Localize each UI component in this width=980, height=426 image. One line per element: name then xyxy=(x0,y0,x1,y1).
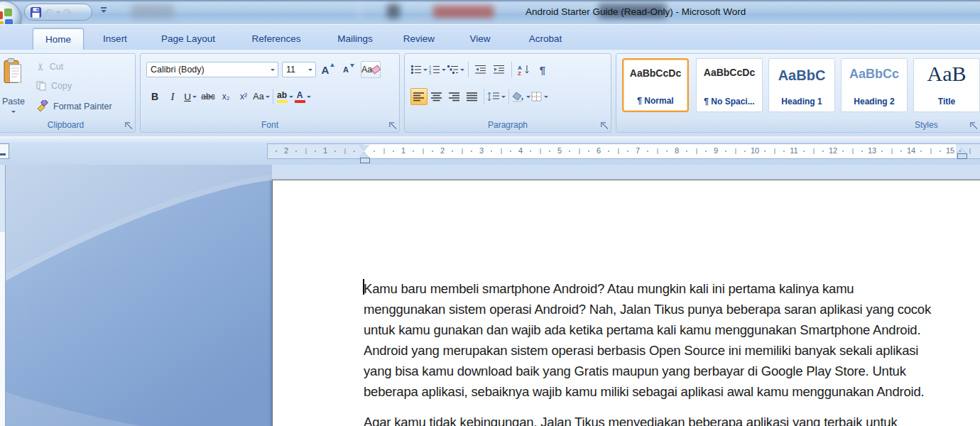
tab-acrobat[interactable]: Acrobat xyxy=(516,28,575,50)
font-dialog-launcher[interactable] xyxy=(388,121,396,129)
grow-font-arrow-icon xyxy=(330,63,334,67)
paste-dropdown-icon[interactable] xyxy=(11,111,16,113)
tab-insert[interactable]: Insert xyxy=(91,28,139,50)
decrease-indent-button[interactable] xyxy=(472,61,489,78)
ruler-number: 4 xyxy=(518,146,523,155)
left-indent-marker[interactable] xyxy=(360,158,370,163)
shrink-font-button[interactable]: A xyxy=(340,61,357,78)
tab-page-layout[interactable]: Page Layout xyxy=(146,28,230,50)
bold-button[interactable]: B xyxy=(146,88,163,105)
title-bar: ↶ ↷ Android Starter Guide (Read-Only) - … xyxy=(0,0,980,25)
ruler-number: 1 xyxy=(401,146,405,155)
document-page[interactable]: Kamu baru membeli smartphone Android? At… xyxy=(272,180,980,426)
styles-dialog-launcher[interactable] xyxy=(969,121,977,129)
svg-text:3: 3 xyxy=(429,71,431,75)
clear-formatting-button[interactable]: Aa xyxy=(361,61,381,78)
paste-button[interactable] xyxy=(4,58,22,88)
increase-indent-button[interactable] xyxy=(491,61,508,78)
ruler-tick xyxy=(305,148,306,154)
style-heading1[interactable]: AaBbC Heading 1 xyxy=(768,58,835,112)
decrease-indent-icon xyxy=(475,65,486,75)
format-painter-label: Format Painter xyxy=(53,102,112,111)
numbering-button[interactable]: 123 xyxy=(429,61,446,78)
format-painter-button[interactable]: Format Painter xyxy=(36,100,112,112)
document-line: Agar kamu tidak kebingungan, Jalan Tikus… xyxy=(364,412,960,426)
customize-qat-button[interactable] xyxy=(99,6,108,17)
clipboard-dialog-launcher[interactable] xyxy=(124,121,132,129)
show-hide-button[interactable]: ¶ xyxy=(534,61,551,78)
right-indent-marker[interactable] xyxy=(957,148,967,153)
save-icon[interactable] xyxy=(31,7,41,18)
font-size-combobox[interactable]: 11 xyxy=(282,62,316,77)
style-no-spacing[interactable]: AaBbCcDc ¶ No Spaci... xyxy=(696,58,763,112)
align-center-button[interactable] xyxy=(428,88,445,105)
font-name-combobox[interactable]: Calibri (Body) xyxy=(146,62,278,77)
chevron-down-icon xyxy=(101,10,107,13)
underline-button[interactable]: U xyxy=(182,88,199,105)
paste-icon xyxy=(4,58,22,85)
tab-mailings[interactable]: Mailings xyxy=(324,28,386,50)
italic-button[interactable]: I xyxy=(164,88,181,105)
paste-label[interactable]: Paste xyxy=(0,97,31,106)
superscript-button[interactable]: x² xyxy=(235,88,252,105)
tab-view[interactable]: View xyxy=(455,28,505,50)
paragraph-dialog-launcher[interactable] xyxy=(600,121,608,129)
tab-stop-selector[interactable] xyxy=(0,143,9,159)
underline-label: U xyxy=(184,92,191,102)
font-name-dropdown-icon xyxy=(271,69,275,71)
numbering-icon: 123 xyxy=(429,65,440,75)
undo-icon[interactable]: ↶ xyxy=(44,7,53,18)
undo-dropdown-icon[interactable] xyxy=(56,11,60,13)
shading-button[interactable] xyxy=(512,88,530,105)
line-spacing-button[interactable] xyxy=(487,88,506,105)
sort-icon: AZ xyxy=(518,64,530,75)
redo-icon[interactable]: ↷ xyxy=(63,7,72,18)
highlight-color-bar xyxy=(277,100,288,103)
multilevel-list-button[interactable] xyxy=(447,61,464,78)
bullets-icon xyxy=(410,65,422,75)
hanging-indent-marker[interactable] xyxy=(359,152,369,158)
ruler-number: 10 xyxy=(751,146,759,155)
change-case-button[interactable]: Aa xyxy=(253,88,270,105)
document-area: Kamu baru membeli smartphone Android? At… xyxy=(0,165,980,426)
font-size-value: 11 xyxy=(286,65,295,75)
ruler-tick xyxy=(696,148,697,154)
copy-icon xyxy=(36,81,46,91)
ruler-tick xyxy=(842,151,844,152)
change-case-label: Aa xyxy=(253,92,263,102)
subscript-button[interactable]: x₂ xyxy=(217,88,234,105)
style-title-name: Title xyxy=(914,97,979,106)
change-case-dropdown-icon xyxy=(266,96,270,98)
tab-references[interactable]: References xyxy=(236,28,316,50)
justify-button[interactable] xyxy=(464,88,481,105)
office-button[interactable] xyxy=(0,1,21,25)
strikethrough-button[interactable]: abc xyxy=(200,88,217,105)
style-title[interactable]: AaB Title xyxy=(913,58,980,112)
tab-home[interactable]: Home xyxy=(33,28,84,51)
first-line-indent-marker[interactable] xyxy=(359,145,369,151)
divider xyxy=(484,89,484,104)
document-line: menggunakan sistem operasi Android? Nah,… xyxy=(364,299,960,320)
ruler-tick xyxy=(471,151,472,152)
increase-indent-icon xyxy=(494,65,505,75)
ribbon-tab-row: Home Insert Page Layout References Maili… xyxy=(0,24,980,50)
subscript-label: x₂ xyxy=(222,92,230,102)
tab-review[interactable]: Review xyxy=(393,28,445,50)
style-normal[interactable]: AaBbCcDc ¶ Normal xyxy=(622,58,689,112)
sort-button[interactable]: AZ xyxy=(516,61,533,78)
borders-button[interactable] xyxy=(531,88,548,105)
align-right-button[interactable] xyxy=(446,88,463,105)
bullets-button[interactable] xyxy=(410,61,428,78)
text-highlight-button[interactable]: ab xyxy=(276,88,293,105)
grow-font-button[interactable]: A xyxy=(320,61,337,78)
cut-button[interactable]: ✂ Cut xyxy=(36,61,63,72)
style-heading2[interactable]: AaBbCc Heading 2 xyxy=(841,58,908,112)
align-left-button[interactable] xyxy=(410,88,428,105)
ruler-tick xyxy=(705,151,707,152)
ruler-tick xyxy=(295,151,297,152)
style-heading2-preview: AaBbCc xyxy=(842,67,907,82)
copy-button[interactable]: Copy xyxy=(36,81,72,91)
shrink-font-arrow-icon xyxy=(350,64,354,67)
font-color-button[interactable]: A xyxy=(294,88,311,105)
bold-label: B xyxy=(151,91,158,102)
